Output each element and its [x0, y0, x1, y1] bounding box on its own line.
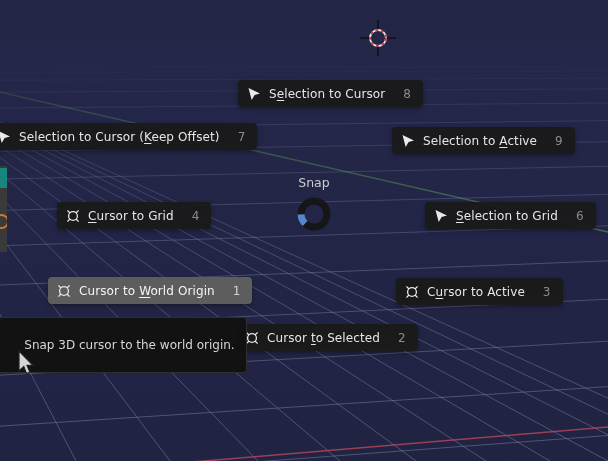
pointer-icon — [400, 133, 416, 149]
pie-item-label: Cursor to Grid — [88, 209, 174, 223]
pie-item-selection-to-active[interactable]: Selection to Active9 — [392, 127, 575, 154]
annotate-tool-icon — [0, 214, 7, 229]
pie-item-cursor-to-active[interactable]: Cursor to Active3 — [396, 278, 563, 305]
pointer-icon — [0, 129, 12, 145]
pie-item-cursor-to-world-origin[interactable]: Cursor to World Origin1 — [48, 277, 252, 304]
hotkey-badge: 4 — [192, 209, 200, 223]
tooltip: Snap 3D cursor to the world origin. — [0, 317, 247, 373]
pie-item-cursor-to-selected[interactable]: Cursor to Selected2 — [236, 324, 418, 351]
pie-center-ring — [294, 194, 334, 234]
cursor-target-icon — [404, 284, 420, 300]
pie-item-label: Selection to Cursor — [269, 87, 385, 101]
pie-item-label: Selection to Cursor (Keep Offset) — [19, 130, 220, 144]
pointer-icon — [246, 86, 262, 102]
mouse-pointer — [16, 350, 36, 378]
pie-item-label: Selection to Active — [423, 134, 537, 148]
pie-direction-indicator — [301, 214, 305, 223]
cursor-target-icon — [65, 208, 81, 224]
pie-item-cursor-to-grid[interactable]: Cursor to Grid4 — [57, 202, 211, 229]
pie-item-label: Selection to Grid — [456, 209, 558, 223]
cursor-target-icon — [56, 283, 72, 299]
blender-3d-viewport[interactable]: Snap Selection to Cursor8 Selection to C… — [0, 0, 608, 461]
pie-menu-title: Snap — [284, 175, 344, 190]
hotkey-badge: 1 — [233, 284, 241, 298]
hotkey-badge: 8 — [403, 87, 411, 101]
hotkey-badge: 7 — [238, 130, 246, 144]
pie-item-selection-to-cursor[interactable]: Selection to Cursor8 — [238, 80, 423, 107]
hotkey-badge: 3 — [543, 285, 551, 299]
active-tool-highlight — [0, 168, 7, 188]
hotkey-badge: 9 — [555, 134, 563, 148]
toolbar-edge-fragment[interactable] — [0, 166, 7, 252]
3d-cursor-crosshair-icon — [356, 16, 400, 60]
hotkey-badge: 6 — [576, 209, 584, 223]
pie-item-label: Cursor to Active — [427, 285, 525, 299]
pie-item-selection-to-cursor-keep-offset[interactable]: Selection to Cursor (Keep Offset)7 — [0, 123, 257, 150]
pointer-icon — [433, 208, 449, 224]
pie-item-label: Cursor to Selected — [267, 331, 380, 345]
hotkey-badge: 2 — [398, 331, 406, 345]
tooltip-text: Snap 3D cursor to the world origin. — [24, 338, 234, 352]
pie-item-label: Cursor to World Origin — [79, 284, 215, 298]
pie-item-selection-to-grid[interactable]: Selection to Grid6 — [425, 202, 596, 229]
